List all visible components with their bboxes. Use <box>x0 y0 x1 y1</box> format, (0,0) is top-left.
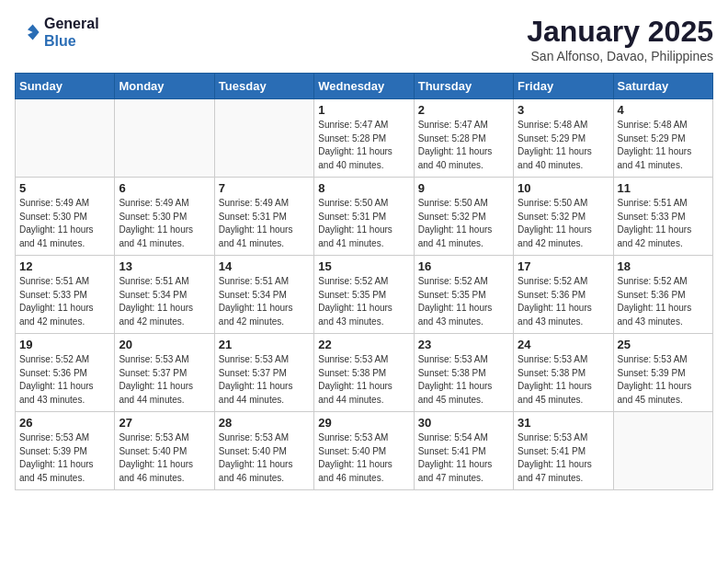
logo-text-blue: Blue <box>44 32 99 50</box>
day-info: Sunrise: 5:51 AMSunset: 5:33 PMDaylight:… <box>19 275 110 328</box>
day-info: Sunrise: 5:53 AMSunset: 5:40 PMDaylight:… <box>119 431 210 485</box>
day-info: Sunrise: 5:51 AMSunset: 5:33 PMDaylight:… <box>618 197 709 250</box>
logo: General Blue <box>15 15 99 50</box>
day-info: Sunrise: 5:49 AMSunset: 5:31 PMDaylight:… <box>219 197 310 250</box>
calendar-cell: 16Sunrise: 5:52 AMSunset: 5:35 PMDayligh… <box>414 256 513 334</box>
day-number: 6 <box>119 181 210 195</box>
day-number: 20 <box>119 338 210 351</box>
weekday-header-thursday: Thursday <box>414 74 513 99</box>
calendar-week-2: 5Sunrise: 5:49 AMSunset: 5:30 PMDaylight… <box>16 178 713 256</box>
logo-icon <box>15 19 40 45</box>
day-info: Sunrise: 5:53 AMSunset: 5:40 PMDaylight:… <box>219 431 310 485</box>
day-number: 18 <box>618 259 709 273</box>
day-number: 27 <box>119 416 210 430</box>
day-number: 28 <box>219 416 310 430</box>
day-info: Sunrise: 5:49 AMSunset: 5:30 PMDaylight:… <box>19 197 110 250</box>
calendar-cell: 9Sunrise: 5:50 AMSunset: 5:32 PMDaylight… <box>414 178 513 256</box>
calendar-cell: 26Sunrise: 5:53 AMSunset: 5:39 PMDayligh… <box>16 412 115 490</box>
calendar-cell: 1Sunrise: 5:47 AMSunset: 5:28 PMDaylight… <box>314 99 414 178</box>
day-number: 16 <box>418 259 509 273</box>
weekday-header-sunday: Sunday <box>16 74 115 99</box>
day-info: Sunrise: 5:52 AMSunset: 5:36 PMDaylight:… <box>618 275 709 328</box>
weekday-header-tuesday: Tuesday <box>214 74 313 99</box>
day-info: Sunrise: 5:53 AMSunset: 5:37 PMDaylight:… <box>219 353 310 407</box>
day-info: Sunrise: 5:53 AMSunset: 5:37 PMDaylight:… <box>119 353 210 407</box>
day-number: 7 <box>219 181 310 195</box>
calendar-cell <box>115 99 214 178</box>
calendar-header: SundayMondayTuesdayWednesdayThursdayFrid… <box>16 74 713 99</box>
day-number: 4 <box>618 103 709 117</box>
day-number: 14 <box>219 259 310 273</box>
calendar-cell: 23Sunrise: 5:53 AMSunset: 5:38 PMDayligh… <box>414 334 513 412</box>
day-number: 30 <box>418 416 509 430</box>
day-info: Sunrise: 5:50 AMSunset: 5:32 PMDaylight:… <box>518 197 609 250</box>
calendar-cell: 12Sunrise: 5:51 AMSunset: 5:33 PMDayligh… <box>16 256 115 334</box>
calendar-cell: 13Sunrise: 5:51 AMSunset: 5:34 PMDayligh… <box>115 256 214 334</box>
day-info: Sunrise: 5:53 AMSunset: 5:38 PMDaylight:… <box>518 353 609 407</box>
calendar-week-5: 26Sunrise: 5:53 AMSunset: 5:39 PMDayligh… <box>16 412 713 490</box>
day-info: Sunrise: 5:47 AMSunset: 5:28 PMDaylight:… <box>418 119 509 172</box>
day-number: 29 <box>318 416 409 430</box>
calendar-cell: 6Sunrise: 5:49 AMSunset: 5:30 PMDaylight… <box>115 178 214 256</box>
day-info: Sunrise: 5:50 AMSunset: 5:31 PMDaylight:… <box>318 197 409 250</box>
calendar-cell <box>613 412 712 490</box>
calendar-cell: 24Sunrise: 5:53 AMSunset: 5:38 PMDayligh… <box>514 334 613 412</box>
calendar-cell: 30Sunrise: 5:54 AMSunset: 5:41 PMDayligh… <box>414 412 513 490</box>
calendar-subtitle: San Alfonso, Davao, Philippines <box>527 49 713 63</box>
day-info: Sunrise: 5:47 AMSunset: 5:28 PMDaylight:… <box>318 119 409 172</box>
weekday-header-saturday: Saturday <box>613 74 712 99</box>
calendar-cell: 11Sunrise: 5:51 AMSunset: 5:33 PMDayligh… <box>613 178 712 256</box>
day-number: 26 <box>19 416 110 430</box>
day-number: 10 <box>518 181 609 195</box>
calendar-cell: 29Sunrise: 5:53 AMSunset: 5:40 PMDayligh… <box>314 412 414 490</box>
calendar-cell: 21Sunrise: 5:53 AMSunset: 5:37 PMDayligh… <box>214 334 313 412</box>
day-number: 21 <box>219 338 310 351</box>
day-number: 22 <box>318 338 409 351</box>
day-info: Sunrise: 5:51 AMSunset: 5:34 PMDaylight:… <box>119 275 210 328</box>
page-header: General Blue January 2025 San Alfonso, D… <box>15 15 713 63</box>
svg-marker-1 <box>28 25 40 40</box>
calendar-cell: 20Sunrise: 5:53 AMSunset: 5:37 PMDayligh… <box>115 334 214 412</box>
day-info: Sunrise: 5:53 AMSunset: 5:38 PMDaylight:… <box>318 353 409 407</box>
day-number: 8 <box>318 181 409 195</box>
day-number: 15 <box>318 259 409 273</box>
day-number: 1 <box>318 103 409 117</box>
day-number: 5 <box>19 181 110 195</box>
calendar-cell: 14Sunrise: 5:51 AMSunset: 5:34 PMDayligh… <box>214 256 313 334</box>
calendar-cell: 19Sunrise: 5:52 AMSunset: 5:36 PMDayligh… <box>16 334 115 412</box>
day-number: 3 <box>518 103 609 117</box>
calendar-cell: 27Sunrise: 5:53 AMSunset: 5:40 PMDayligh… <box>115 412 214 490</box>
calendar-cell: 31Sunrise: 5:53 AMSunset: 5:41 PMDayligh… <box>514 412 613 490</box>
calendar-cell: 25Sunrise: 5:53 AMSunset: 5:39 PMDayligh… <box>613 334 712 412</box>
logo-text-general: General <box>44 15 99 32</box>
day-info: Sunrise: 5:49 AMSunset: 5:30 PMDaylight:… <box>119 197 210 250</box>
day-number: 19 <box>19 338 110 351</box>
day-number: 2 <box>418 103 509 117</box>
day-info: Sunrise: 5:52 AMSunset: 5:36 PMDaylight:… <box>19 353 110 407</box>
calendar-cell: 7Sunrise: 5:49 AMSunset: 5:31 PMDaylight… <box>214 178 313 256</box>
calendar-week-4: 19Sunrise: 5:52 AMSunset: 5:36 PMDayligh… <box>16 334 713 412</box>
day-number: 25 <box>618 338 709 351</box>
weekday-header-wednesday: Wednesday <box>314 74 414 99</box>
day-number: 31 <box>518 416 609 430</box>
day-info: Sunrise: 5:54 AMSunset: 5:41 PMDaylight:… <box>418 431 509 485</box>
day-info: Sunrise: 5:52 AMSunset: 5:36 PMDaylight:… <box>518 275 609 328</box>
day-number: 23 <box>418 338 509 351</box>
calendar-cell: 22Sunrise: 5:53 AMSunset: 5:38 PMDayligh… <box>314 334 414 412</box>
calendar-cell <box>16 99 115 178</box>
day-number: 11 <box>618 181 709 195</box>
calendar-cell: 15Sunrise: 5:52 AMSunset: 5:35 PMDayligh… <box>314 256 414 334</box>
calendar-cell: 8Sunrise: 5:50 AMSunset: 5:31 PMDaylight… <box>314 178 414 256</box>
weekday-header-friday: Friday <box>514 74 613 99</box>
calendar-cell: 10Sunrise: 5:50 AMSunset: 5:32 PMDayligh… <box>514 178 613 256</box>
calendar-cell: 2Sunrise: 5:47 AMSunset: 5:28 PMDaylight… <box>414 99 513 178</box>
day-info: Sunrise: 5:52 AMSunset: 5:35 PMDaylight:… <box>418 275 509 328</box>
day-info: Sunrise: 5:53 AMSunset: 5:38 PMDaylight:… <box>418 353 509 407</box>
calendar-cell: 4Sunrise: 5:48 AMSunset: 5:29 PMDaylight… <box>613 99 712 178</box>
calendar-title-block: January 2025 San Alfonso, Davao, Philipp… <box>527 15 713 63</box>
day-info: Sunrise: 5:53 AMSunset: 5:39 PMDaylight:… <box>618 353 709 407</box>
calendar-cell: 17Sunrise: 5:52 AMSunset: 5:36 PMDayligh… <box>514 256 613 334</box>
calendar-cell: 18Sunrise: 5:52 AMSunset: 5:36 PMDayligh… <box>613 256 712 334</box>
day-number: 24 <box>518 338 609 351</box>
calendar-cell: 5Sunrise: 5:49 AMSunset: 5:30 PMDaylight… <box>16 178 115 256</box>
